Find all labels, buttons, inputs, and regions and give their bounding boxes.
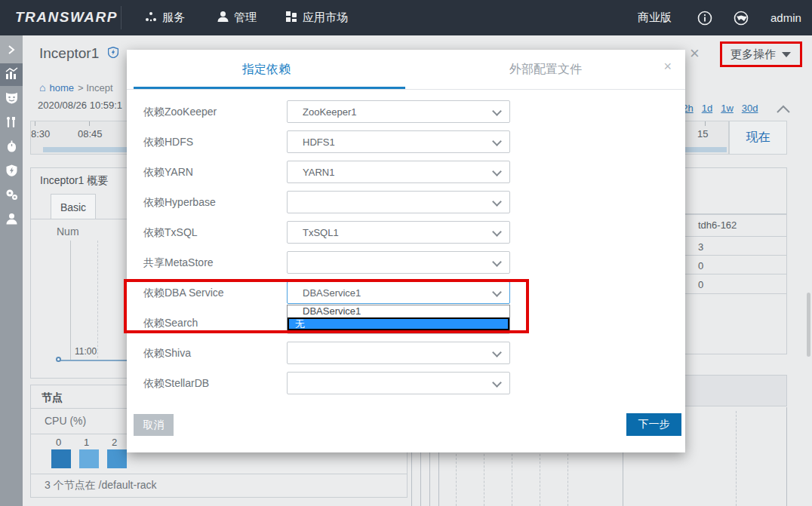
node-index: 0 — [56, 437, 61, 448]
edition-label[interactable]: 商业版 — [638, 0, 672, 35]
nodes-panel-title: 节点 — [42, 391, 63, 405]
zookeeper-select[interactable]: ZooKeeper1 — [287, 100, 510, 123]
sidebar-item-user[interactable] — [0, 209, 23, 232]
dropdown-option-none[interactable]: 无 — [288, 317, 509, 330]
chart-gridline — [456, 454, 457, 506]
mouse-icon — [7, 140, 17, 155]
screen: TRANSWARP 服务 管理 应用市场 商业版 admin — [0, 0, 812, 506]
transwarp-logo: TRANSWARP — [15, 9, 118, 26]
chevron-down-icon — [492, 227, 502, 237]
page-close-icon[interactable]: × — [690, 45, 700, 62]
mask-icon — [5, 92, 18, 107]
topbar-divider — [121, 6, 121, 29]
home-icon: ⌂ — [39, 81, 45, 94]
range-1w-link[interactable]: 1w — [721, 103, 734, 114]
person-icon — [217, 11, 229, 25]
gears-icon — [5, 189, 18, 204]
panel-edge-line — [429, 449, 430, 506]
dependency-modal: 指定依赖 外部配置文件 × 依赖ZooKeeper ZooKeeper1 依赖H… — [127, 50, 685, 452]
hyperbase-select[interactable] — [287, 191, 510, 213]
chevron-down-icon — [492, 348, 502, 357]
page-title: Inceptor1 — [39, 45, 118, 62]
user-label[interactable]: admin — [770, 0, 801, 35]
node-tile[interactable] — [51, 449, 71, 468]
field-label-shiva: 依赖Shiva — [143, 347, 191, 360]
tab-specify-dependencies[interactable]: 指定依赖 — [127, 50, 406, 89]
chevron-down-icon — [492, 136, 502, 146]
shiva-select[interactable] — [287, 342, 510, 364]
tab-external-config[interactable]: 外部配置文件 — [406, 50, 685, 89]
active-tab-underline — [134, 87, 405, 89]
overview-panel-title: Inceptor1 概要 — [40, 174, 108, 188]
cluster-dots-icon — [145, 11, 157, 25]
caret-down-icon — [782, 52, 791, 57]
data-point — [56, 357, 61, 362]
range-1d-link[interactable]: 1d — [702, 103, 712, 114]
sidebar-expand-button[interactable] — [0, 35, 23, 64]
rack-caption: 3 个节点在 /default-rack — [45, 479, 157, 492]
timeline-label: 08:45 — [78, 128, 103, 140]
dropdown-option-dbaservice1[interactable]: DBAService1 — [288, 305, 509, 317]
now-button[interactable]: 现在 — [729, 121, 787, 155]
panel-edge-line — [411, 449, 412, 506]
field-label-zookeeper: 依赖ZooKeeper — [143, 106, 217, 119]
breadcrumb: ⌂ home > Incept — [39, 81, 113, 94]
range-30d-link[interactable]: 30d — [742, 103, 758, 114]
chevron-down-icon — [492, 378, 502, 388]
y-axis-label: Num — [57, 225, 79, 238]
collapse-chevron-icon[interactable] — [776, 103, 791, 117]
field-label-yarn: 依赖YARN — [143, 166, 193, 179]
timestamp: 2020/08/26 10:59:1 — [38, 100, 122, 111]
stellardb-select[interactable] — [287, 372, 510, 394]
more-actions-button[interactable]: 更多操作 — [730, 48, 791, 62]
sidebar-item-dashboard[interactable] — [0, 63, 23, 86]
nodes-metric-label: CPU (%) — [45, 415, 86, 427]
cancel-button[interactable]: 取消 — [134, 414, 174, 436]
sidebar-item-mask[interactable] — [0, 88, 23, 111]
info-icon[interactable] — [697, 0, 712, 35]
node-tile[interactable] — [79, 449, 99, 468]
chevron-down-icon — [492, 257, 502, 267]
metastore-select[interactable] — [287, 251, 510, 274]
modal-close-icon[interactable]: × — [663, 59, 672, 75]
chart-icon — [5, 67, 18, 82]
field-label-txsql: 依赖TxSQL — [143, 226, 198, 240]
panel-edge-line — [438, 452, 439, 506]
next-button[interactable]: 下一步 — [626, 413, 681, 436]
breadcrumb-home-link[interactable]: home — [49, 82, 74, 94]
sidebar-item-mouse[interactable] — [0, 136, 23, 159]
dba-dropdown-list: DBAService1 无 — [287, 305, 510, 331]
shield-bolt-icon — [6, 164, 17, 179]
sidebar-item-settings[interactable] — [0, 185, 23, 207]
timeline-label: 15 — [697, 128, 708, 140]
nav-services[interactable]: 服务 — [145, 0, 185, 35]
txsql-select[interactable]: TxSQL1 — [287, 221, 510, 244]
field-label-stellardb: 依赖StellarDB — [143, 377, 209, 391]
chevron-down-icon — [492, 167, 502, 176]
chart-gridline — [736, 411, 737, 506]
tab-basic[interactable]: Basic — [51, 194, 96, 219]
yarn-select[interactable]: YARN1 — [287, 161, 510, 183]
scrollbar-thumb[interactable] — [807, 293, 810, 357]
chevron-down-icon — [492, 106, 502, 116]
nav-manage-label: 管理 — [234, 11, 257, 25]
chart-gridline — [512, 454, 512, 506]
chart-gridline — [540, 454, 540, 506]
nav-manage[interactable]: 管理 — [217, 0, 257, 35]
nav-services-label: 服务 — [162, 11, 185, 25]
globe-icon[interactable] — [734, 0, 749, 35]
sidebar-item-security[interactable] — [0, 161, 23, 183]
gridline — [97, 241, 98, 358]
field-label-hdfs: 依赖HDFS — [143, 136, 193, 149]
field-label-search: 依赖Search — [143, 317, 198, 330]
nav-app-market[interactable]: 应用市场 — [285, 0, 348, 35]
chart-gridline — [484, 454, 484, 506]
panel-edge-line — [786, 407, 787, 506]
node-tile[interactable] — [107, 449, 127, 468]
grid-icon — [285, 11, 297, 25]
dba-service-select[interactable]: DBAService1 — [287, 281, 510, 304]
sidebar-item-tools[interactable] — [0, 112, 23, 135]
hdfs-select[interactable]: HDFS1 — [287, 130, 510, 153]
field-label-metastore: 共享MetaStore — [143, 256, 214, 270]
chevron-down-icon — [492, 287, 502, 297]
